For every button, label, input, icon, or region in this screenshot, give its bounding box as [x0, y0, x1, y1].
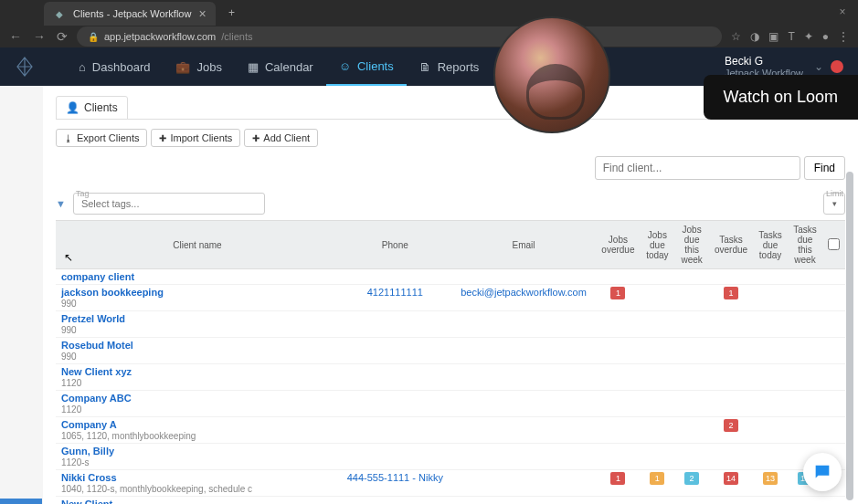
ext-icon-1[interactable]: ◑: [750, 30, 759, 43]
col-tasks-due-week[interactable]: Tasks due this week: [788, 221, 822, 269]
count-badge: 2: [684, 472, 699, 485]
import-clients-button[interactable]: ✚ Import Clients: [151, 129, 240, 147]
filter-icon[interactable]: ▼: [56, 198, 66, 209]
client-tags: 1120-s: [61, 457, 334, 467]
client-tags: 990: [61, 299, 334, 309]
url-host: app.jetpackworkflow.com: [104, 31, 216, 42]
tag-label: Tag: [76, 189, 90, 198]
count-badge: 1: [724, 287, 738, 299]
col-jobs-overdue[interactable]: Jobs overdue: [596, 221, 640, 269]
col-phone[interactable]: Phone: [339, 221, 451, 269]
dashboard-icon: ⌂: [79, 60, 86, 74]
client-name-link[interactable]: Gunn, Billy: [61, 446, 114, 457]
extensions-icon[interactable]: ✦: [804, 30, 813, 43]
select-all-checkbox[interactable]: [828, 238, 840, 250]
client-tags: 1120: [61, 404, 334, 415]
client-phone[interactable]: 444-555-1111 - Nikky: [347, 472, 443, 483]
client-tags: 1040, 1120-s, monthlybookkeeping, schedu…: [61, 484, 334, 494]
briefcase-icon: 💼: [175, 60, 190, 74]
client-name-link[interactable]: Company ABC: [61, 393, 132, 404]
col-select-all[interactable]: [822, 221, 845, 269]
find-button[interactable]: Find: [804, 156, 845, 180]
table-row: Company A1065, 1120, monthlybookkeeping2: [56, 417, 845, 444]
scrollbar-thumb[interactable]: [846, 172, 853, 500]
table-row: Nikki Cross1040, 1120-s, monthlybookkeep…: [56, 470, 845, 497]
presenter-avatar[interactable]: [493, 16, 610, 133]
find-client-input[interactable]: [595, 156, 800, 180]
client-email[interactable]: becki@jetpackworkflow.com: [461, 287, 587, 298]
calendar-icon: ▦: [248, 60, 259, 74]
table-row: Gunn, Billy1120-s: [56, 444, 845, 470]
download-icon: ⭳: [64, 133, 73, 143]
sidebar-sliver: [0, 499, 42, 504]
table-row: Company ABC1120: [56, 391, 845, 417]
client-name-link[interactable]: Company A: [61, 419, 117, 430]
browser-chrome: ◆ Clients - Jetpack Workflow × + × ← → ⟳…: [0, 0, 858, 47]
table-row: Pretzel World990: [56, 311, 845, 338]
tab-title: Clients - Jetpack Workflow: [73, 8, 191, 19]
table-row: Rosebud Motel990: [56, 338, 845, 364]
nav-reports[interactable]: 🗎 Reports: [407, 47, 493, 86]
back-icon[interactable]: ←: [9, 29, 22, 44]
reload-icon[interactable]: ⟳: [57, 29, 68, 44]
export-clients-button[interactable]: ⭳ Export Clients: [56, 129, 147, 147]
scrollbar[interactable]: [846, 172, 855, 504]
new-tab-button[interactable]: +: [223, 4, 241, 22]
person-icon: 👤: [66, 101, 79, 114]
window-close-icon[interactable]: ×: [836, 5, 849, 18]
client-tags: 1120: [61, 378, 334, 388]
breadcrumb-tab[interactable]: 👤 Clients: [56, 96, 128, 120]
plus-icon: ✚: [252, 133, 260, 143]
client-tags: 990: [61, 325, 334, 335]
ext-icon-3[interactable]: T: [788, 30, 794, 43]
col-client-name[interactable]: Client name: [56, 221, 339, 269]
count-badge: 13: [763, 472, 778, 485]
watch-on-loom-button[interactable]: Watch on Loom: [704, 75, 858, 120]
document-icon: 🗎: [419, 60, 431, 74]
table-row: New Client xyz1120: [56, 364, 845, 391]
nav-jobs[interactable]: 💼 Jobs: [163, 47, 234, 86]
add-client-button[interactable]: ✚ Add Client: [244, 129, 318, 147]
address-bar[interactable]: 🔒 app.jetpackworkflow.com/clients: [77, 26, 722, 47]
col-jobs-due-today[interactable]: Jobs due today: [640, 221, 674, 269]
limit-label: Limit: [826, 189, 843, 198]
count-badge: 14: [724, 472, 738, 485]
col-jobs-due-week[interactable]: Jobs due this week: [674, 221, 709, 269]
star-icon[interactable]: ☆: [731, 30, 741, 43]
col-tasks-overdue[interactable]: Tasks overdue: [709, 221, 753, 269]
client-name-link[interactable]: New Client: [61, 499, 112, 504]
client-name-link[interactable]: Pretzel World: [61, 313, 125, 324]
close-tab-icon[interactable]: ×: [198, 7, 206, 20]
url-path: /clients: [221, 31, 252, 42]
main-area: 👤 Clients ⭳ Export Clients ✚ Import Clie…: [0, 86, 858, 504]
browser-tab[interactable]: ◆ Clients - Jetpack Workflow ×: [44, 2, 216, 26]
client-phone[interactable]: 4121111111: [367, 287, 423, 298]
menu-icon[interactable]: ⋮: [838, 30, 849, 43]
app-logo[interactable]: [11, 53, 38, 80]
client-name-link[interactable]: company client: [61, 271, 134, 282]
ext-icon-2[interactable]: ▣: [768, 30, 779, 43]
clients-table: Client name Phone Email Jobs overdue Job…: [56, 220, 845, 504]
count-badge: 1: [650, 472, 664, 485]
chat-launcher[interactable]: [803, 453, 842, 491]
client-tags: 1065, 1120, monthlybookkeeping: [61, 431, 334, 441]
nav-calendar[interactable]: ▦ Calendar: [235, 47, 326, 86]
col-tasks-due-today[interactable]: Tasks due today: [753, 221, 788, 269]
col-email[interactable]: Email: [451, 221, 597, 269]
breadcrumb-label: Clients: [84, 101, 118, 114]
client-name-link[interactable]: New Client xyz: [61, 366, 132, 377]
forward-icon[interactable]: →: [33, 29, 46, 44]
nav-dashboard[interactable]: ⌂ Dashboard: [66, 47, 163, 86]
client-name-link[interactable]: jackson bookkeeping: [61, 287, 164, 298]
tag-selector[interactable]: Select tags...: [73, 193, 265, 215]
profile-icon[interactable]: ●: [822, 30, 829, 43]
count-badge: 2: [724, 419, 738, 432]
table-row: jackson bookkeeping9904121111111becki@je…: [56, 285, 845, 311]
chevron-down-icon[interactable]: ⌄: [814, 60, 823, 73]
notification-dot[interactable]: [831, 60, 843, 73]
user-name: Becki G: [725, 55, 803, 68]
tab-favicon: ◆: [53, 7, 66, 20]
nav-clients[interactable]: ☺ Clients: [326, 47, 407, 86]
client-name-link[interactable]: Rosebud Motel: [61, 340, 133, 351]
client-name-link[interactable]: Nikki Cross: [61, 472, 117, 483]
